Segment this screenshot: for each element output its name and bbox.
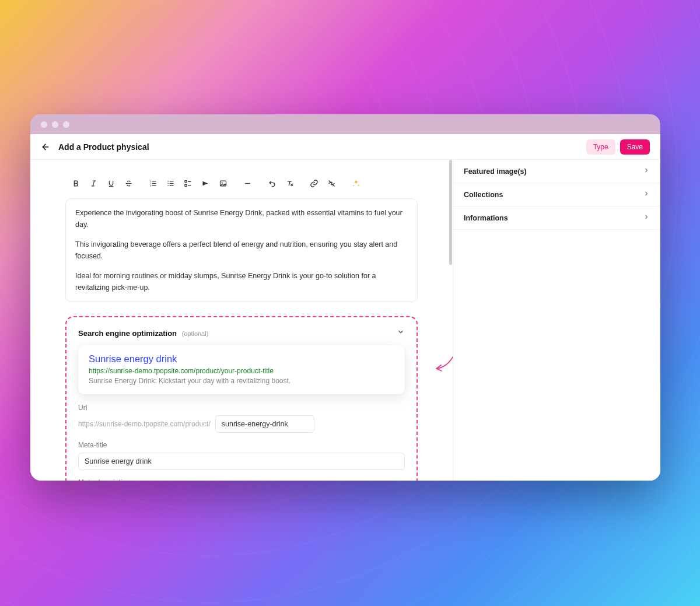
url-base-text: https://sunrise-demo.tpopsite.com/produc… (78, 420, 211, 428)
align-left-icon[interactable] (197, 175, 214, 191)
seo-preview-description: Sunrise Energy Drink: Kickstart your day… (89, 377, 394, 385)
checklist-icon[interactable] (180, 175, 196, 191)
window-dot-close[interactable] (41, 121, 47, 128)
window-titlebar (30, 114, 660, 134)
seo-optional-label: (optional) (181, 330, 208, 337)
sidebar-item-label: Collections (464, 191, 503, 199)
seo-collapse-toggle[interactable] (397, 328, 405, 338)
chevron-right-icon (643, 213, 650, 222)
seo-preview-url: https://sunrise-demo.tpopsite.com/produc… (89, 367, 394, 375)
sidebar-item-label: Informations (464, 214, 508, 222)
right-sidebar: Featured image(s) Collections Informatio… (453, 160, 660, 481)
seo-preview-card: Sunrise energy drink https://sunrise-dem… (78, 345, 405, 394)
svg-point-22 (221, 182, 222, 183)
clear-format-icon[interactable] (281, 175, 298, 191)
strikethrough-icon[interactable] (120, 175, 136, 191)
app-window: Add a Product physical Type Save 123 (30, 114, 660, 481)
horizontal-rule-icon[interactable] (239, 175, 256, 191)
sidebar-item-label: Featured image(s) (464, 167, 527, 176)
scrollbar-thumb[interactable] (449, 160, 452, 265)
italic-icon[interactable] (85, 175, 102, 191)
save-button[interactable]: Save (620, 139, 650, 155)
description-paragraph-1: Experience the invigorating boost of Sun… (75, 207, 408, 230)
back-arrow-icon[interactable] (41, 142, 50, 152)
meta-title-input[interactable] (78, 453, 405, 470)
ai-sparkle-icon[interactable] (348, 175, 364, 191)
main-content: 123 Experience the invigorating boost of… (30, 160, 453, 481)
svg-point-16 (167, 185, 169, 186)
ordered-list-icon[interactable]: 123 (145, 175, 161, 191)
svg-point-15 (167, 183, 169, 184)
chevron-right-icon (643, 167, 650, 176)
meta-description-label: Meta-description (78, 478, 405, 481)
chevron-right-icon (643, 190, 650, 199)
link-icon[interactable] (306, 175, 322, 191)
undo-icon[interactable] (264, 175, 280, 191)
url-slug-input[interactable] (215, 415, 314, 433)
svg-line-0 (93, 181, 94, 186)
description-paragraph-3: Ideal for morning routines or midday slu… (75, 270, 408, 293)
image-icon[interactable] (215, 175, 231, 191)
seo-heading: Search engine optimization (78, 329, 177, 338)
svg-rect-18 (184, 184, 186, 186)
svg-text:3: 3 (149, 184, 150, 187)
sidebar-item-collections[interactable]: Collections (453, 183, 660, 206)
editor-toolbar: 123 (65, 174, 418, 192)
callout-arrow-icon (432, 335, 453, 381)
type-button[interactable]: Type (586, 139, 615, 155)
meta-title-label: Meta-title (78, 441, 405, 449)
description-label-cut (65, 166, 418, 171)
page-header: Add a Product physical Type Save (30, 134, 660, 160)
bullet-list-icon[interactable] (162, 175, 178, 191)
window-dot-min[interactable] (52, 121, 58, 128)
svg-point-14 (167, 181, 169, 182)
underline-icon[interactable] (103, 175, 119, 191)
unlink-icon[interactable] (323, 175, 340, 191)
svg-rect-17 (184, 180, 186, 182)
seo-preview-title: Sunrise energy drink (89, 353, 394, 365)
description-editor[interactable]: Experience the invigorating boost of Sun… (65, 198, 418, 302)
description-paragraph-2: This invigorating beverage offers a perf… (75, 239, 408, 262)
bold-icon[interactable] (68, 175, 84, 191)
window-dot-max[interactable] (63, 121, 69, 128)
sidebar-item-featured-images[interactable]: Featured image(s) (453, 160, 660, 183)
sidebar-item-informations[interactable]: Informations (453, 206, 660, 230)
url-field-label: Url (78, 404, 405, 412)
page-title: Add a Product physical (58, 142, 149, 152)
seo-section: Search engine optimization (optional) Su… (65, 316, 418, 481)
